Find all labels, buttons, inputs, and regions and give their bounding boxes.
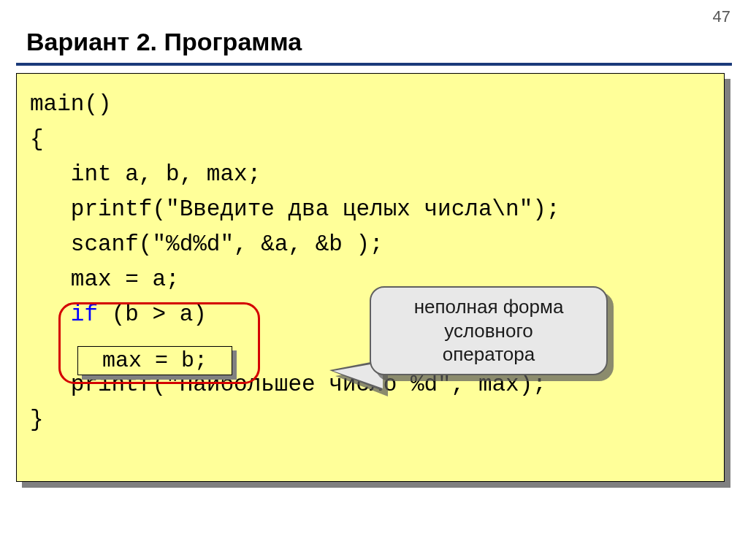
callout-line: неполная форма [414,296,564,318]
code-box: main() { int a, b, max; printf("Введите … [16,73,725,482]
code-blank-line [30,337,44,362]
page-number: 47 [713,7,730,26]
code-line: int a, b, max; [30,161,261,187]
code-line: { [30,126,44,152]
callout-text: неполная форма условного оператора [414,295,564,367]
inner-code-text: max = b; [102,348,207,373]
code-line: max = a; [30,266,180,292]
code-line: printf("Введите два целых числа\n"); [30,196,560,222]
title-rule [16,63,732,66]
code-line: main() [30,91,112,117]
code-line: scanf("%d%d", &a, &b ); [30,231,383,257]
callout-line: условного [444,320,533,342]
page-title: Вариант 2. Программа [26,28,302,56]
callout-bubble: неполная форма условного оператора [370,286,608,375]
callout-line: оператора [443,343,535,365]
inner-code-box: max = b; [77,346,232,375]
code-line: } [30,407,44,432]
